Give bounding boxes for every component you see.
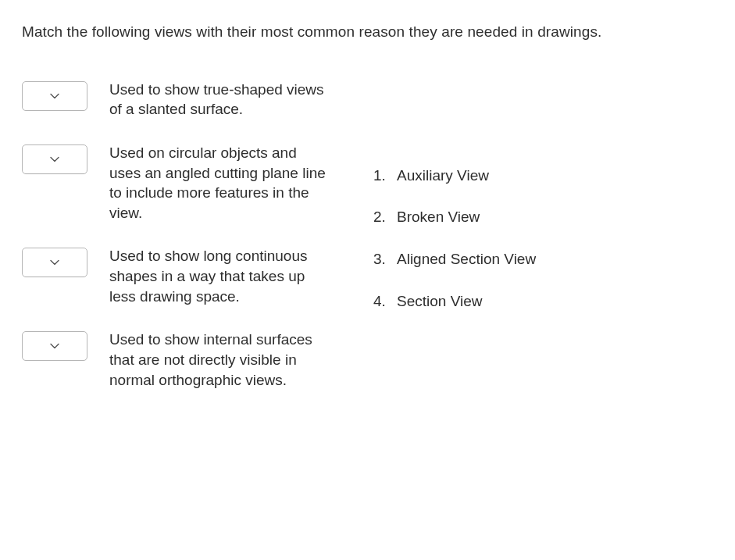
option-label: Aligned Section View (397, 249, 536, 269)
content-area: Used to show true-shaped views of a slan… (22, 80, 713, 391)
answer-dropdown-2[interactable] (22, 144, 87, 174)
option-row: 4. Section View (373, 291, 536, 312)
prompt-text: Used to show long continuous shapes in a… (109, 246, 326, 306)
chevron-down-icon (50, 156, 59, 162)
answer-dropdown-1[interactable] (22, 81, 87, 111)
match-row: Used to show long continuous shapes in a… (22, 246, 326, 306)
option-number: 1. (373, 166, 397, 186)
prompt-text: Used to show internal surfaces that are … (109, 330, 326, 390)
chevron-down-icon (50, 343, 59, 349)
option-number: 4. (373, 291, 397, 312)
options-column: 1. Auxiliary View 2. Broken View 3. Alig… (373, 166, 536, 312)
answer-dropdown-3[interactable] (22, 248, 87, 277)
option-label: Section View (397, 291, 483, 312)
match-row: Used on circular objects and uses an ang… (22, 143, 326, 223)
match-row: Used to show internal surfaces that are … (22, 330, 326, 390)
question-text: Match the following views with their mos… (22, 22, 713, 42)
option-label: Auxiliary View (397, 166, 489, 186)
answer-dropdown-4[interactable] (22, 331, 87, 361)
option-row: 3. Aligned Section View (373, 249, 536, 269)
prompt-text: Used on circular objects and uses an ang… (109, 143, 326, 223)
option-number: 3. (373, 249, 397, 269)
option-row: 2. Broken View (373, 207, 536, 227)
chevron-down-icon (50, 93, 59, 99)
prompts-column: Used to show true-shaped views of a slan… (22, 80, 326, 391)
chevron-down-icon (50, 259, 59, 266)
prompt-text: Used to show true-shaped views of a slan… (109, 80, 326, 119)
option-number: 2. (373, 207, 397, 227)
option-label: Broken View (397, 207, 480, 227)
match-row: Used to show true-shaped views of a slan… (22, 80, 326, 119)
option-row: 1. Auxiliary View (373, 166, 536, 186)
